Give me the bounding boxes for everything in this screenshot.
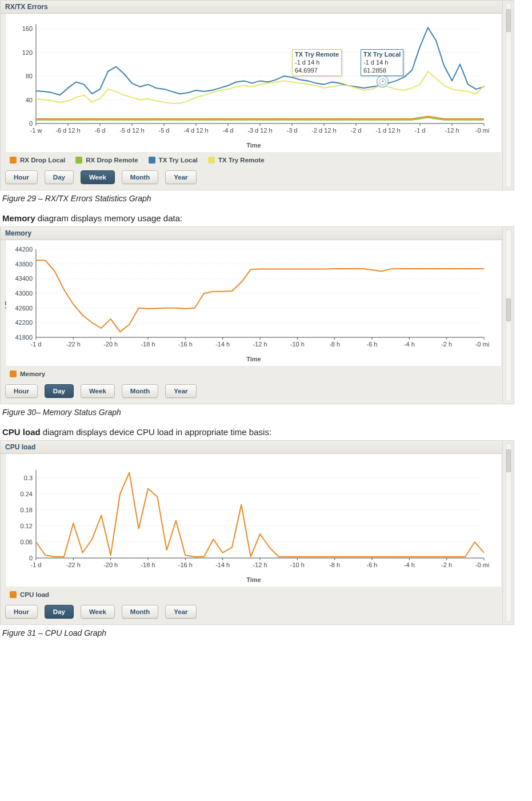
legend: RX Drop Local RX Drop Remote TX Try Loca… [1,152,514,167]
legend-item: Memory [10,370,45,377]
swatch-icon [208,157,215,164]
svg-text:-4 d: -4 d [223,127,234,134]
svg-text:-6 h: -6 h [367,341,378,348]
legend-label: RX Drop Remote [86,157,138,164]
tooltip-title: TX Try Remote [295,51,339,59]
panel-rxtx: RX/TX Errors Errors/sec 04080120160-1 w-… [0,0,514,190]
swatch-icon [10,370,17,377]
svg-text:-1 w: -1 w [30,127,42,134]
svg-text:-1 d 12 h: -1 d 12 h [375,127,400,134]
panel-cpu: CPU load 00.060.120.180.240.3-1 d-22 h-2… [0,440,514,625]
svg-text:-4 h: -4 h [404,341,415,348]
svg-text:43800: 43800 [15,261,33,268]
time-range-buttons: Hour Day Week Month Year [1,381,514,404]
svg-text:-18 h: -18 h [141,561,155,568]
month-button[interactable]: Month [122,170,158,184]
legend-item: RX Drop Local [10,157,65,164]
hour-button[interactable]: Hour [5,170,38,184]
svg-text:0.3: 0.3 [24,475,33,481]
intro-cpu: CPU load diagram displays device CPU loa… [2,427,532,437]
svg-text:-6 d: -6 d [95,127,106,134]
week-button[interactable]: Week [81,605,115,619]
year-button[interactable]: Year [165,170,196,184]
month-button[interactable]: Month [122,384,158,398]
svg-text:-22 h: -22 h [66,561,81,568]
tooltip-line: -1 d 14 h [295,59,339,67]
swatch-icon [10,591,17,598]
svg-text:-16 h: -16 h [178,341,193,348]
svg-text:-2 d 12 h: -2 d 12 h [311,127,336,134]
svg-text:-3 d 12 h: -3 d 12 h [247,127,272,134]
svg-text:42600: 42600 [15,305,33,312]
figure-caption: Figure 30– Memory Status Graph [2,408,532,417]
svg-text:-1 d: -1 d [415,127,426,134]
svg-text:0: 0 [29,120,33,127]
svg-text:-20 h: -20 h [103,561,118,568]
week-button[interactable]: Week [81,384,115,398]
chart-svg: 00.060.120.180.240.3-1 d-22 h-20 h-18 h-… [6,465,490,574]
svg-text:0.18: 0.18 [21,507,33,513]
x-axis-label: Time [6,574,501,587]
svg-text:-10 h: -10 h [290,561,305,568]
day-button[interactable]: Day [45,170,74,184]
week-button[interactable]: Week [81,170,115,184]
figure-caption: Figure 29 – RX/TX Errors Statistics Grap… [2,194,532,203]
panel-title: CPU load [1,441,514,454]
svg-text:-0 min: -0 min [475,127,490,134]
tooltip-line: 61.2858 [363,67,401,75]
panel-title: RX/TX Errors [1,1,514,14]
intro-bold: CPU load [2,427,41,437]
legend-label: TX Try Local [159,157,198,164]
svg-text:43000: 43000 [15,290,33,297]
swatch-icon [149,157,155,164]
svg-text:-6 h: -6 h [367,561,378,568]
month-button[interactable]: Month [122,605,158,619]
svg-text:-12 h: -12 h [253,341,267,348]
tooltip-tx-try-local: TX Try Local -1 d 14 h 61.2858 [361,49,403,76]
chart-rxtx: 04080120160-1 w-6 d 12 h-6 d-5 d 12 h-5 … [6,14,501,140]
intro-text: diagram displays device CPU load in appr… [41,427,271,437]
x-axis-label: Time [6,140,501,152]
legend-item: TX Try Local [149,157,198,164]
legend-item: RX Drop Remote [75,157,138,164]
svg-text:-10 h: -10 h [290,341,305,348]
legend-label: CPU load [20,591,49,598]
svg-text:44200: 44200 [15,246,33,253]
svg-text:-8 h: -8 h [329,561,340,568]
svg-text:-0 min: -0 min [475,341,490,348]
svg-text:-22 h: -22 h [66,341,81,348]
svg-text:-3 d: -3 d [287,127,298,134]
year-button[interactable]: Year [165,384,196,398]
day-button[interactable]: Day [45,605,74,619]
chart-cpu: 00.060.120.180.240.3-1 d-22 h-20 h-18 h-… [6,454,501,574]
svg-text:0.24: 0.24 [21,491,33,497]
svg-text:-12 h: -12 h [445,127,459,134]
svg-text:-0 min: -0 min [475,561,490,568]
swatch-icon [75,157,82,164]
intro-bold: Memory [2,213,35,223]
tooltip-title: TX Try Local [363,51,401,59]
tooltip-line: 64.6997 [295,67,339,75]
hour-button[interactable]: Hour [5,384,38,398]
svg-text:-8 h: -8 h [329,341,340,348]
legend-item: TX Try Remote [208,157,265,164]
day-button[interactable]: Day [45,384,74,398]
legend-item: CPU load [10,591,49,598]
hour-button[interactable]: Hour [5,605,38,619]
tooltip-tx-try-remote: TX Try Remote -1 d 14 h 64.6997 [292,49,342,76]
tooltip-line: -1 d 14 h [363,59,401,67]
svg-text:-14 h: -14 h [215,341,230,348]
svg-text:-2 h: -2 h [441,341,452,348]
svg-text:-14 h: -14 h [215,561,230,568]
svg-text:160: 160 [22,25,33,32]
chart-svg: 41800422004260043000434004380044200-1 d-… [6,245,490,353]
time-range-buttons: Hour Day Week Month Year [1,167,514,190]
svg-text:0.12: 0.12 [21,523,33,529]
year-button[interactable]: Year [165,605,196,619]
svg-text:-18 h: -18 h [141,341,155,348]
swatch-icon [10,157,17,164]
svg-text:-5 d: -5 d [159,127,170,134]
svg-text:40: 40 [26,97,33,103]
svg-text:0.06: 0.06 [21,539,33,545]
svg-text:-2 h: -2 h [441,561,452,568]
